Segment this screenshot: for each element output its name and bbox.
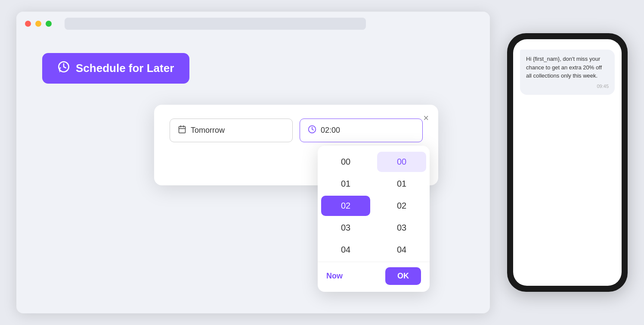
now-button[interactable]: Now — [326, 272, 343, 281]
traffic-light-green[interactable] — [46, 21, 52, 27]
minute-01[interactable]: 01 — [377, 174, 426, 194]
time-picker-footer: Now OK — [318, 262, 430, 288]
address-bar — [65, 18, 366, 30]
time-icon — [308, 125, 316, 136]
minute-00[interactable]: 00 — [377, 152, 426, 172]
hour-04[interactable]: 04 — [321, 240, 370, 260]
modal-close-button[interactable]: × — [423, 112, 429, 124]
date-value: Tomorrow — [191, 126, 225, 135]
schedule-button-label: Schedule for Later — [76, 62, 174, 75]
phone-mockup: Hi {first_nam}, don't miss your chance t… — [507, 33, 628, 292]
date-field[interactable]: Tomorrow — [170, 119, 293, 142]
hours-column: 00 01 02 03 04 — [318, 151, 374, 260]
ok-button[interactable]: OK — [385, 267, 421, 285]
chat-message: Hi {first_nam}, don't miss your chance t… — [526, 56, 602, 79]
minutes-column: 00 01 02 03 04 — [374, 151, 430, 260]
modal-fields: Tomorrow 02:00 — [170, 119, 423, 142]
time-field[interactable]: 02:00 — [300, 119, 423, 142]
minute-02[interactable]: 02 — [377, 196, 426, 216]
time-columns: 00 01 02 03 04 00 01 02 03 04 — [318, 146, 430, 260]
hour-02[interactable]: 02 — [321, 196, 370, 216]
titlebar — [16, 12, 490, 36]
hour-01[interactable]: 01 — [321, 174, 370, 194]
traffic-light-yellow[interactable] — [35, 21, 41, 27]
hour-03[interactable]: 03 — [321, 218, 370, 238]
hour-00[interactable]: 00 — [321, 152, 370, 172]
traffic-light-red[interactable] — [25, 21, 31, 27]
chat-bubble: Hi {first_nam}, don't miss your chance t… — [520, 50, 615, 95]
phone-screen: Hi {first_nam}, don't miss your chance t… — [513, 39, 622, 286]
phone-message-area: Hi {first_nam}, don't miss your chance t… — [513, 39, 622, 105]
minute-04[interactable]: 04 — [377, 240, 426, 260]
minute-03[interactable]: 03 — [377, 218, 426, 238]
time-value: 02:00 — [321, 126, 340, 135]
svg-rect-1 — [179, 126, 186, 133]
browser-content: Schedule for Later × Tomorrow — [16, 36, 490, 101]
clock-icon — [58, 61, 70, 76]
browser-window: Schedule for Later × Tomorrow — [16, 12, 490, 313]
schedule-for-later-button[interactable]: Schedule for Later — [42, 53, 189, 84]
time-picker-dropdown: 00 01 02 03 04 00 01 02 03 04 Now OK — [318, 146, 430, 292]
chat-time: 09:45 — [526, 83, 609, 90]
calendar-icon — [178, 125, 186, 136]
